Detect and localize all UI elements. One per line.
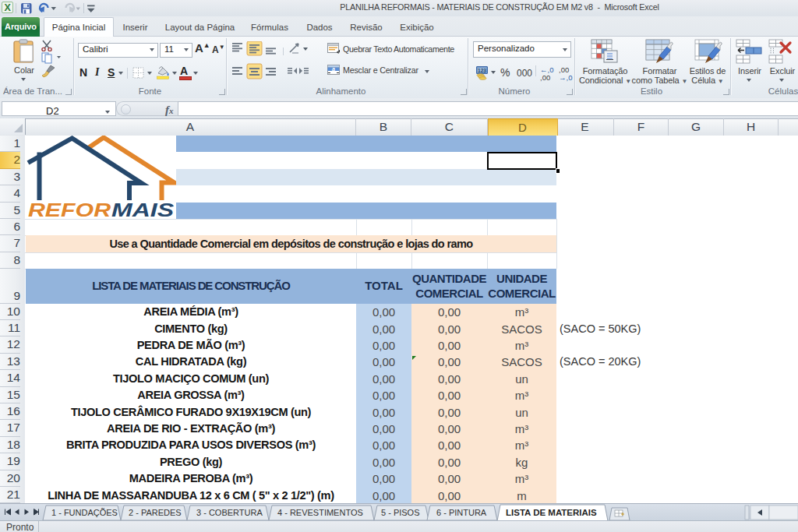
svg-text:LISTA DE MATERIAIS: LISTA DE MATERIAIS bbox=[506, 508, 597, 517]
svg-text:6 - PINTURA: 6 - PINTURA bbox=[436, 508, 487, 517]
svg-text:3 - COBERTURA: 3 - COBERTURA bbox=[196, 508, 263, 517]
svg-text:MAIS: MAIS bbox=[111, 199, 174, 220]
svg-text:a: a bbox=[332, 66, 335, 72]
svg-text:2 - PAREDES: 2 - PAREDES bbox=[129, 508, 182, 517]
svg-text:4 - REVESTIMENTOS: 4 - REVESTIMENTOS bbox=[277, 508, 363, 517]
svg-text:1 - FUNDAÇÕES: 1 - FUNDAÇÕES bbox=[51, 508, 118, 517]
svg-text:X: X bbox=[5, 2, 12, 13]
svg-text:REFOR: REFOR bbox=[28, 199, 111, 220]
svg-text:5 - PISOS: 5 - PISOS bbox=[381, 508, 420, 517]
svg-text:123: 123 bbox=[478, 68, 486, 73]
